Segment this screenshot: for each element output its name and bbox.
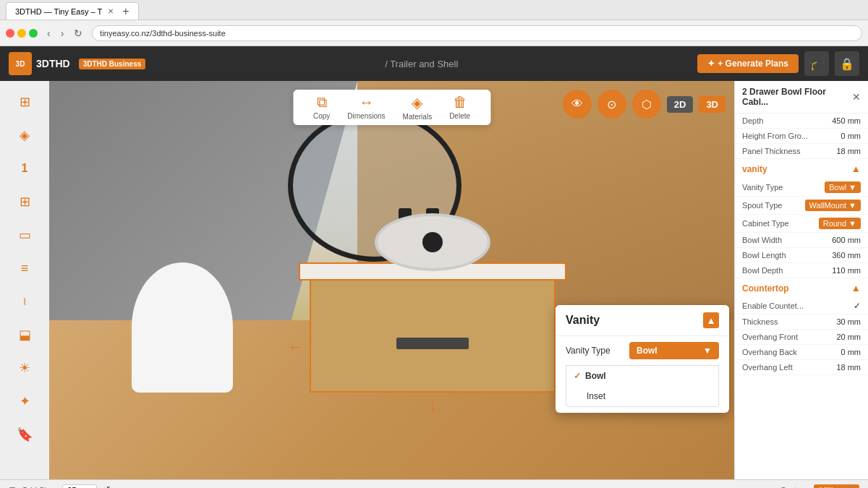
rp-header: 2 Drawer Bowl Floor Cabl... ✕	[735, 81, 868, 114]
rp-value-overhang-left: 18 mm	[836, 363, 861, 372]
sink-bowl	[375, 213, 490, 271]
camera-view-btn[interactable]: 👁	[563, 90, 592, 119]
sidebar-light-btn[interactable]: ☀	[9, 353, 40, 383]
rp-label-depth: Depth	[742, 116, 763, 125]
url-display[interactable]: tinyeasy.co.nz/3dthd-business-suite	[100, 29, 225, 38]
toilet	[132, 262, 233, 393]
dimensions-icon: ↔	[359, 94, 373, 111]
copy-icon: ⧉	[317, 94, 327, 111]
rp-label-height: Height From Gro...	[742, 132, 808, 140]
new-tab-btn[interactable]: +	[122, 5, 129, 18]
sidebar-one-btn[interactable]: 1	[9, 153, 40, 184]
delete-tool-btn[interactable]: 🗑 Delete	[441, 94, 479, 121]
refresh-btn[interactable]: ↻	[70, 26, 86, 40]
help-button[interactable]: 🎓	[804, 51, 829, 76]
vanity-collapse-btn[interactable]: ▲	[703, 312, 719, 328]
sidebar-cube-btn[interactable]: ◈	[9, 120, 40, 150]
rp-row-depth: Depth 450 mm	[735, 114, 868, 129]
rp-vanity-type-dropdown[interactable]: Bowl ▼	[825, 181, 861, 193]
orbit-view-btn[interactable]: ⊙	[597, 90, 626, 119]
copy-tool-btn[interactable]: ⧉ Copy	[305, 94, 339, 121]
rp-check-enable-counter[interactable]: ✓	[854, 301, 861, 311]
vanity-type-row: Vanity Type Bowl ▼	[556, 336, 729, 365]
sidebar-bookmark-btn[interactable]: 🔖	[9, 419, 40, 450]
materials-tool-btn[interactable]: ◈ Materials	[394, 94, 441, 121]
2d-view-btn[interactable]: 2D	[667, 96, 694, 113]
rp-row-vanity-type: Vanity Type Bowl ▼	[735, 179, 868, 197]
back-btn[interactable]: ‹	[43, 26, 54, 40]
lock-icon: 🔒	[840, 57, 854, 71]
vanity-panel-header: Vanity ▲	[556, 305, 729, 336]
option-bowl-label: Bowl	[585, 371, 606, 381]
panel-icon: ▭	[19, 227, 31, 243]
sidebar-stack-btn[interactable]: ≡	[9, 253, 40, 283]
logo-text: 3DTHD	[36, 58, 70, 69]
3d-view-btn[interactable]: 3D	[699, 96, 726, 113]
sink-cabinet[interactable]: ↓ → ←	[310, 234, 556, 393]
rp-cabinet-type-dropdown[interactable]: Round ▼	[819, 218, 861, 229]
viewport[interactable]: ↓ → ← ⧉ Copy ↔ Dimensions ◈	[49, 81, 734, 479]
sidebar-grid-btn[interactable]: ⊞	[9, 187, 40, 217]
rp-value-bowl-width: 600 mm	[832, 236, 861, 244]
option-inset[interactable]: Inset	[566, 386, 718, 406]
rp-close-btn[interactable]: ✕	[852, 91, 861, 103]
rp-value-panel: 18 mm	[836, 147, 861, 155]
one-icon: 1	[22, 162, 28, 175]
countertop-section-toggle[interactable]: ▲	[851, 283, 861, 294]
vanity-section-toggle[interactable]: ▲	[851, 163, 861, 174]
sidebar-layers-btn[interactable]: ⊞	[9, 87, 40, 117]
forward-btn[interactable]: ›	[57, 26, 68, 40]
selection-arrow-left: ←	[288, 338, 304, 356]
right-panel: 2 Drawer Bowl Floor Cabl... ✕ Depth 450 …	[734, 81, 868, 479]
cabinet-body	[310, 277, 556, 393]
perspective-view-btn[interactable]: ⬡	[632, 90, 661, 119]
sofa-icon: ⬓	[19, 327, 31, 343]
vanity-type-dropdown[interactable]: Bowl ▼	[629, 342, 719, 359]
bookmark-icon: 🔖	[17, 427, 33, 442]
viewport-toolbar: ⧉ Copy ↔ Dimensions ◈ Materials 🗑 Delete	[293, 90, 490, 125]
window-min-btn[interactable]	[17, 29, 26, 38]
rp-row-height: Height From Gro... 0 mm	[735, 129, 868, 144]
dimensions-tool-btn[interactable]: ↔ Dimensions	[339, 94, 393, 121]
rp-spout-type-value: WallMount	[809, 201, 847, 210]
rp-cabinet-chevron: ▼	[848, 219, 856, 228]
window-max-btn[interactable]	[29, 29, 38, 38]
rp-row-bowl-width: Bowl Width 600 mm	[735, 233, 868, 248]
rp-value-bowl-length: 360 mm	[832, 251, 861, 260]
tab-close-btn[interactable]: ✕	[108, 7, 114, 15]
rp-label-overhang-front: Overhang Front	[742, 333, 798, 341]
help-icon: 🎓	[809, 57, 824, 71]
paint-icon: ✦	[20, 393, 30, 409]
sidebar-sofa-btn[interactable]: ⬓	[9, 320, 40, 350]
rp-row-panel: Panel Thickness 18 mm	[735, 144, 868, 159]
grid-icon: ⊞	[20, 194, 30, 210]
reset-btn[interactable]: ↺	[103, 484, 111, 488]
sidebar-stairs-btn[interactable]: ⌇	[9, 286, 40, 317]
sidebar-panel-btn[interactable]: ▭	[9, 220, 40, 250]
generate-plans-button[interactable]: ✦ + Generate Plans	[697, 54, 799, 73]
left-sidebar: ⊞ ◈ 1 ⊞ ▭ ≡ ⌇ ⬓ ☀	[0, 81, 49, 479]
delete-icon: 🗑	[453, 94, 467, 111]
camera-icon: 👁	[571, 98, 583, 111]
sidebar-paint-btn[interactable]: ✦	[9, 386, 40, 416]
rp-spout-type-dropdown[interactable]: WallMount ▼	[805, 200, 861, 211]
grid-size-value[interactable]: 25 mm	[62, 484, 97, 489]
dropdown-chevron-icon: ▼	[703, 346, 712, 356]
tab-title: 3DTHD — Tiny Easy – T	[15, 7, 102, 16]
vanity-panel: Vanity ▲ Vanity Type Bowl ▼ ✓ Bowl	[556, 305, 729, 413]
option-bowl[interactable]: ✓ Bowl	[566, 366, 718, 386]
grid-size-label: Grid Size:	[22, 486, 56, 489]
check-icon: ✓	[574, 371, 581, 381]
rp-row-overhang-front: Overhang Front 20 mm	[735, 330, 868, 345]
rp-value-overhang-back: 0 mm	[841, 348, 861, 356]
rp-label-spout-type: Spout Type	[742, 201, 782, 210]
logo: 3D 3DTHD	[9, 52, 70, 75]
orbit-icon: ⊙	[607, 98, 616, 111]
rp-value-height: 0 mm	[841, 132, 861, 140]
window-close-btn[interactable]	[6, 29, 14, 38]
view-modes: 👁 ⊙ ⬡ 2D 3D	[563, 90, 726, 119]
generate-icon: ✦	[707, 59, 715, 69]
system-value-dropdown[interactable]: Millimetre	[814, 484, 859, 489]
rp-label-panel: Panel Thickness	[742, 147, 801, 155]
lock-button[interactable]: 🔒	[835, 51, 859, 76]
